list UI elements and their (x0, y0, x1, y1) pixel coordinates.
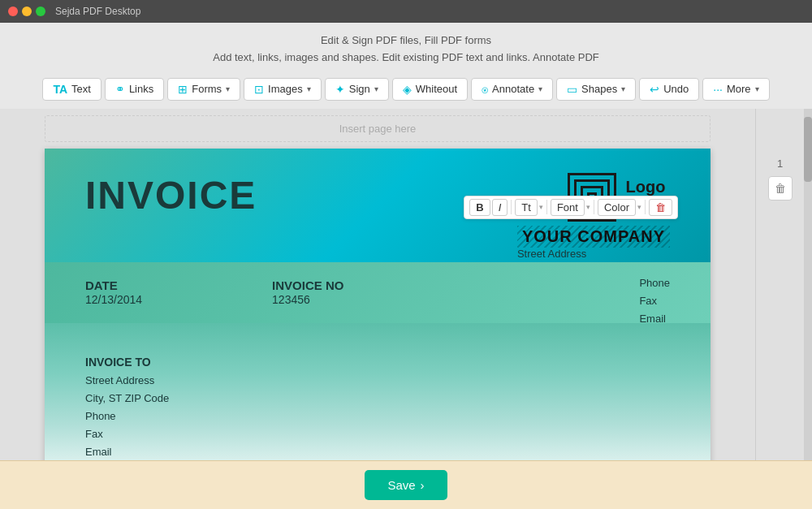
whiteout-icon: ◈ (403, 83, 412, 96)
toolbar-separator (511, 200, 512, 214)
company-email: Email (639, 310, 670, 328)
desc-line1: Edit & Sign PDF files, Fill PDF forms (0, 32, 812, 50)
company-header-area: YOUR COMPANY Street Address (517, 226, 670, 260)
color-button[interactable]: Color (598, 199, 636, 216)
forms-arrow: ▾ (226, 84, 230, 93)
sign-icon: ✦ (335, 83, 345, 96)
pdf-page: INVOICE Logo Name (45, 149, 710, 509)
to-address: Street Address (85, 372, 670, 390)
invoice-to-section: INVOICE TO Street Address City, ST ZIP C… (85, 356, 670, 461)
company-name[interactable]: YOUR COMPANY (517, 226, 670, 248)
company-contact: Phone Fax Email (639, 274, 670, 328)
pdf-area: Insert page here INVOICE (0, 109, 812, 509)
invoice-to-label: INVOICE TO (85, 356, 670, 369)
more-arrow: ▾ (755, 84, 759, 93)
date-value: 12/13/2014 (85, 293, 142, 306)
close-button[interactable] (8, 6, 18, 16)
bottom-bar: Save › (0, 460, 812, 509)
shapes-tool-button[interactable]: ▭ Shapes ▾ (556, 78, 636, 101)
invoice-meta: DATE 12/13/2014 INVOICE NO 123456 (45, 262, 710, 323)
links-tool-label: Links (129, 83, 153, 95)
shapes-arrow: ▾ (621, 84, 625, 93)
app-title: Sejda PDF Desktop (55, 6, 140, 17)
insert-page-label: Insert page here (339, 123, 417, 135)
sign-tool-label: Sign (349, 83, 370, 95)
images-tool-label: Images (268, 83, 303, 95)
sign-tool-button[interactable]: ✦ Sign ▾ (325, 78, 389, 101)
window-controls[interactable] (8, 6, 45, 16)
links-tool-button[interactable]: ⚭ Links (105, 78, 164, 101)
more-tool-label: More (727, 83, 751, 95)
delete-text-button[interactable]: 🗑 (649, 199, 672, 216)
insert-page-banner[interactable]: Insert page here (45, 115, 710, 142)
company-phone: Phone (639, 274, 670, 292)
side-panel: 1 🗑 (755, 109, 804, 509)
invoice-no-label: INVOICE NO (272, 278, 343, 292)
main-area: Edit & Sign PDF files, Fill PDF forms Ad… (0, 23, 812, 509)
invoice-no-block: INVOICE NO 123456 (272, 278, 343, 307)
undo-icon: ↩ (650, 83, 659, 96)
pdf-scroll[interactable]: Insert page here INVOICE (0, 109, 755, 509)
to-email: Email (85, 443, 670, 461)
text-size-button[interactable]: Tt (515, 199, 538, 216)
annotate-tool-label: Annotate (492, 83, 534, 95)
annotate-tool-button[interactable]: ⍟ Annotate ▾ (471, 78, 553, 101)
forms-icon: ⊞ (178, 83, 188, 96)
invoice-title: INVOICE (85, 173, 257, 218)
annotate-arrow: ▾ (538, 84, 542, 93)
save-button[interactable]: Save › (365, 470, 447, 500)
company-fax: Fax (639, 292, 670, 310)
text-tool-button[interactable]: TA Text (42, 78, 101, 101)
color-arrow: ▾ (637, 203, 641, 211)
invoice-no-value: 123456 (272, 293, 310, 306)
whiteout-tool-label: Whiteout (416, 83, 457, 95)
company-street: Street Address (517, 248, 670, 260)
forms-tool-button[interactable]: ⊞ Forms ▾ (167, 78, 240, 101)
font-button[interactable]: Font (551, 199, 585, 216)
more-tool-button[interactable]: ··· More ▾ (702, 78, 769, 101)
page-number: 1 (777, 157, 783, 170)
page-delete-button[interactable]: 🗑 (768, 176, 793, 201)
to-city: City, ST ZIP Code (85, 390, 670, 408)
italic-button[interactable]: I (492, 199, 508, 216)
to-phone: Phone (85, 408, 670, 425)
images-tool-button[interactable]: ⊡ Images ▾ (244, 78, 322, 101)
toolbar-separator4 (645, 200, 646, 214)
top-description: Edit & Sign PDF files, Fill PDF forms Ad… (0, 23, 812, 73)
save-label: Save (387, 478, 415, 492)
text-tool-label: Text (71, 83, 91, 95)
toolbar-separator3 (594, 200, 594, 214)
shapes-icon: ▭ (567, 83, 577, 96)
forms-tool-label: Forms (192, 83, 222, 95)
text-icon: TA (53, 83, 67, 96)
size-arrow: ▾ (539, 203, 543, 211)
images-arrow: ▾ (307, 84, 311, 93)
more-icon: ··· (713, 83, 723, 96)
whiteout-tool-button[interactable]: ◈ Whiteout (392, 78, 468, 101)
font-arrow: ▾ (586, 203, 590, 211)
undo-tool-label: Undo (663, 83, 689, 95)
date-label: DATE (85, 278, 142, 292)
title-bar: Sejda PDF Desktop (0, 0, 812, 23)
maximize-button[interactable] (36, 6, 45, 16)
text-editing-toolbar: B I Tt ▾ Font ▾ Color ▾ 🗑 (464, 196, 678, 219)
sign-arrow: ▾ (374, 84, 378, 93)
toolbar: TA Text ⚭ Links ⊞ Forms ▾ ⊡ Images ▾ ✦ S… (0, 73, 812, 109)
annotate-icon: ⍟ (482, 83, 488, 96)
minimize-button[interactable] (22, 6, 32, 16)
desc-line2: Add text, links, images and shapes. Edit… (0, 50, 812, 67)
link-icon: ⚭ (115, 83, 125, 96)
undo-tool-button[interactable]: ↩ Undo (639, 78, 699, 101)
toolbar-separator2 (546, 200, 547, 214)
invoice-to-info: Street Address City, ST ZIP Code Phone F… (85, 372, 670, 461)
to-fax: Fax (85, 425, 670, 443)
bold-button[interactable]: B (469, 199, 490, 216)
scrollbar[interactable] (804, 109, 812, 509)
images-icon: ⊡ (254, 83, 264, 96)
shapes-tool-label: Shapes (581, 83, 617, 95)
date-block: DATE 12/13/2014 (85, 278, 142, 307)
logo-line1: Logo (626, 176, 670, 197)
scrollbar-thumb[interactable] (804, 117, 812, 182)
save-arrow-icon: › (421, 478, 425, 492)
